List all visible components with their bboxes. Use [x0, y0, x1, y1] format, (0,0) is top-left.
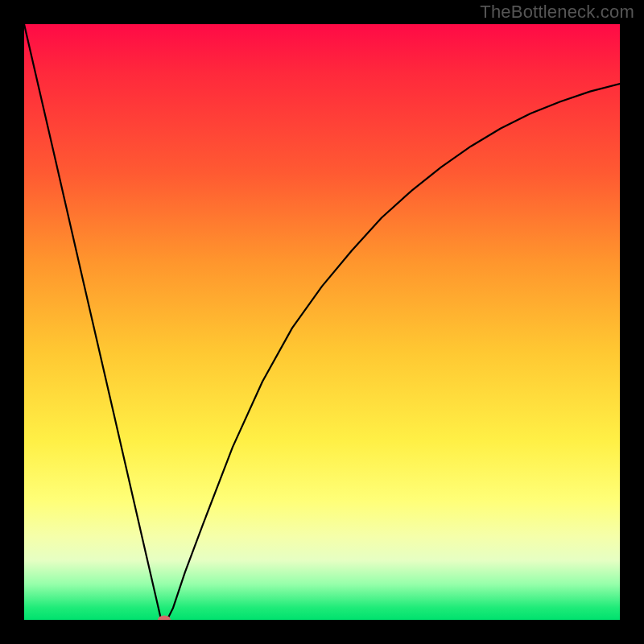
plot-area	[24, 24, 620, 620]
curve-svg	[24, 24, 620, 620]
curve-path	[24, 24, 620, 620]
chart-container: TheBottleneck.com	[0, 0, 644, 644]
watermark-text: TheBottleneck.com	[480, 2, 634, 23]
vertex-marker	[158, 616, 171, 621]
